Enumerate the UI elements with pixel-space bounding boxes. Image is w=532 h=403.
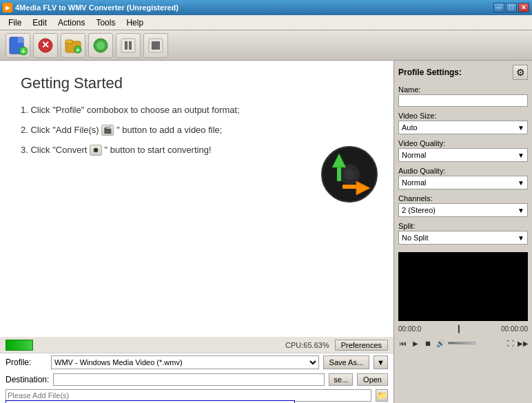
split-value: No Split bbox=[402, 234, 429, 242]
time-cursor: ▎ bbox=[458, 325, 464, 333]
cpu-label: CPU:65.63% bbox=[285, 341, 329, 349]
svg-rect-13 bbox=[125, 41, 127, 50]
left-panel: Getting Started 1. Click "Profile" combo… bbox=[0, 61, 394, 403]
name-label: Name: bbox=[398, 85, 528, 94]
split-label: Split: bbox=[398, 222, 528, 230]
audio-quality-value: Normal bbox=[402, 178, 426, 187]
fullscreen-button[interactable]: ⛶ bbox=[506, 338, 515, 348]
time-start: 00:00:0 bbox=[398, 325, 421, 333]
convert-inline-icon: ⏺ bbox=[90, 145, 102, 156]
film-reel-graphic bbox=[318, 143, 380, 207]
svg-rect-12 bbox=[121, 39, 135, 52]
more-button[interactable]: ▶▶ bbox=[518, 338, 528, 348]
video-size-arrow-icon: ▼ bbox=[518, 124, 524, 132]
menu-edit[interactable]: Edit bbox=[27, 17, 52, 29]
play-button[interactable]: ▶ bbox=[411, 338, 420, 348]
cpu-bar bbox=[6, 340, 33, 351]
step1: 1. Click "Profile" combobox to choose an… bbox=[21, 103, 373, 118]
channels-arrow-icon: ▼ bbox=[518, 207, 524, 214]
split-arrow-icon: ▼ bbox=[518, 234, 524, 242]
bottom-controls: CPU:65.63% Preferences Profile: WMV - Wi… bbox=[0, 337, 393, 403]
video-quality-arrow-icon: ▼ bbox=[518, 152, 524, 159]
app-title: 4Media FLV to WMV Converter (Unregistere… bbox=[15, 3, 178, 12]
audio-quality-select[interactable]: Normal ▼ bbox=[398, 176, 528, 189]
pause-button[interactable] bbox=[116, 33, 141, 58]
audio-quality-label: Audio Quality: bbox=[398, 167, 528, 175]
open-button[interactable]: Open bbox=[357, 373, 388, 386]
volume-slider[interactable] bbox=[448, 342, 475, 344]
volume-icon: 🔊 bbox=[436, 338, 445, 348]
profile-row: Profile: WMV - Windows Media Video (*.wm… bbox=[0, 353, 393, 371]
folder-button[interactable]: 📁 bbox=[376, 389, 388, 402]
svg-point-11 bbox=[96, 41, 105, 50]
svg-rect-7 bbox=[65, 40, 72, 43]
menu-file[interactable]: File bbox=[3, 17, 27, 29]
toolbar: + ✕ + bbox=[0, 30, 532, 61]
minimize-button[interactable]: ─ bbox=[493, 3, 504, 12]
split-field-row: Split: No Split ▼ bbox=[398, 222, 528, 245]
svg-point-19 bbox=[344, 169, 355, 180]
channels-select[interactable]: 2 (Stereo) ▼ bbox=[398, 203, 528, 217]
menu-actions[interactable]: Actions bbox=[52, 17, 90, 29]
name-input[interactable] bbox=[398, 94, 528, 107]
add-files-inline-icon: 🎬 bbox=[101, 125, 114, 136]
svg-text:+: + bbox=[76, 47, 79, 54]
video-size-value: Auto bbox=[402, 123, 418, 132]
dest-input[interactable] bbox=[53, 373, 325, 386]
svg-text:+: + bbox=[21, 48, 25, 55]
name-field-row: Name: bbox=[398, 85, 528, 107]
profile-dropdown[interactable]: ASF - Advanced Streaming Format (*.asf) … bbox=[6, 400, 295, 403]
profile-select[interactable]: WMV - Windows Media Video (*.wmv) bbox=[51, 355, 319, 369]
close-button[interactable]: ✕ bbox=[518, 3, 529, 12]
preferences-button[interactable]: Preferences bbox=[335, 340, 388, 351]
stop-playback-button[interactable]: ⏹ bbox=[423, 338, 433, 348]
svg-text:✕: ✕ bbox=[41, 39, 50, 50]
title-bar: ▶ 4Media FLV to WMV Converter (Unregiste… bbox=[0, 0, 532, 15]
svg-rect-14 bbox=[129, 41, 132, 50]
video-quality-value: Normal bbox=[402, 151, 426, 159]
getting-started-title: Getting Started bbox=[21, 74, 373, 92]
profile-settings-title: Profile Settings: bbox=[398, 68, 462, 77]
channels-field-row: Channels: 2 (Stereo) ▼ bbox=[398, 194, 528, 217]
browse-button[interactable]: se... bbox=[329, 373, 353, 386]
convert-button[interactable] bbox=[88, 33, 113, 58]
channels-value: 2 (Stereo) bbox=[402, 206, 436, 214]
save-arrow-button[interactable]: ▼ bbox=[374, 355, 388, 369]
video-quality-select[interactable]: Normal ▼ bbox=[398, 148, 528, 162]
profile-settings-header: Profile Settings: ⚙ bbox=[398, 65, 528, 80]
save-as-button[interactable]: Save As... bbox=[323, 355, 370, 369]
audio-quality-arrow-icon: ▼ bbox=[518, 179, 524, 187]
svg-rect-21 bbox=[337, 167, 341, 181]
status-bar: CPU:65.63% Preferences bbox=[0, 337, 393, 353]
channels-label: Channels: bbox=[398, 194, 528, 203]
settings-icon-button[interactable]: ⚙ bbox=[513, 65, 528, 80]
video-size-field-row: Video Size: Auto ▼ bbox=[398, 112, 528, 134]
svg-rect-16 bbox=[152, 41, 160, 50]
video-quality-label: Video Quality: bbox=[398, 139, 528, 147]
stop-button[interactable] bbox=[143, 33, 168, 58]
add-file-button[interactable]: + bbox=[6, 33, 30, 58]
video-size-select[interactable]: Auto ▼ bbox=[398, 121, 528, 134]
menu-bar: File Edit Actions Tools Help bbox=[0, 15, 532, 30]
video-preview bbox=[398, 252, 528, 321]
remove-button[interactable]: ✕ bbox=[33, 33, 58, 58]
dest-row: Destination: se... Open bbox=[0, 371, 393, 388]
audio-quality-field-row: Audio Quality: Normal ▼ bbox=[398, 167, 528, 189]
profile-label: Profile: bbox=[6, 358, 47, 367]
playback-controls: ⏮ ▶ ⏹ 🔊 ⛶ ▶▶ bbox=[398, 337, 528, 349]
menu-tools[interactable]: Tools bbox=[90, 17, 121, 29]
svg-rect-1 bbox=[18, 37, 23, 43]
time-display-row: 00:00:0 ▎ 00:00:00 bbox=[398, 324, 528, 334]
right-panel: Profile Settings: ⚙ Name: Video Size: Au… bbox=[394, 61, 532, 403]
video-size-label: Video Size: bbox=[398, 112, 528, 120]
time-end: 00:00:00 bbox=[501, 325, 528, 333]
video-quality-field-row: Video Quality: Normal ▼ bbox=[398, 139, 528, 162]
prev-button[interactable]: ⏮ bbox=[398, 338, 408, 348]
add-folder-button[interactable]: + bbox=[61, 33, 85, 58]
split-select[interactable]: No Split ▼ bbox=[398, 231, 528, 245]
maximize-button[interactable]: □ bbox=[506, 3, 517, 12]
app-icon: ▶ bbox=[3, 3, 12, 12]
dest-label: Destination: bbox=[6, 375, 49, 384]
menu-help[interactable]: Help bbox=[121, 17, 149, 29]
step2: 2. Click "Add File(s) 🎬 " button to add … bbox=[21, 123, 373, 138]
